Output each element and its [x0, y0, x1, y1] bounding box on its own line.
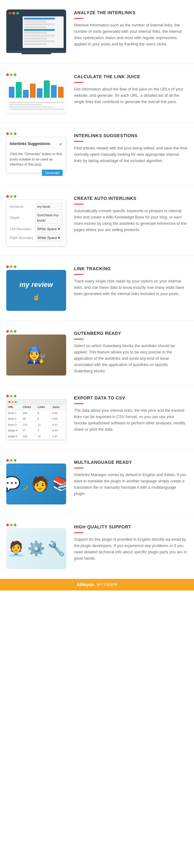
bar-4 [30, 84, 36, 98]
underline-link-tracking [74, 274, 84, 275]
title-link-juice: CALCULATE THE LINK JUICE [74, 73, 188, 80]
content-suggestions: INTERLINKS SUGGESTIONS Find articles rel… [74, 132, 188, 164]
support-icons: 🧑‍💼 ⚙️ 🔧 [7, 538, 65, 559]
form-keyword-row: Keyword my book [10, 203, 63, 210]
title-gutenberg: GUTENBERG READY [74, 330, 188, 337]
support-person-icon: 🧑‍💼 [7, 538, 25, 559]
content-auto-interlinks: CREATE AUTO INTERLINKS Automatically con… [74, 195, 188, 233]
underline-auto-interlinks [74, 204, 84, 205]
bar-8 [58, 87, 64, 98]
content-csv: EXPORT DATA TO CSV The data about your i… [74, 395, 188, 433]
chat-bubble-icon: 💬 [6, 473, 21, 495]
image-link-juice [6, 73, 66, 113]
underline-suggestions [74, 141, 84, 142]
multilang-icons: 💬 ر 🧑 📚 [6, 473, 66, 495]
title-suggestions: INTERLINKS SUGGESTIONS [74, 132, 188, 139]
generate-button[interactable]: Generate [42, 169, 63, 176]
gutenberg-figure-icon: 🧑‍🔧 [27, 343, 46, 367]
plugin-title: Interlinks Suggestions ▲ [10, 140, 63, 149]
section-suggestions: Interlinks Suggestions ▲ Click the "Gene… [0, 123, 194, 186]
title-multilanguage: MULTILANGUAGE READY [74, 459, 188, 466]
section-link-tracking: my review ☝ LINK TRACKING Track every si… [0, 256, 194, 321]
person-multilang-icon: 🧑 [31, 473, 49, 495]
desc-suggestions: Find articles related with the post bein… [74, 145, 188, 164]
bar-1 [9, 87, 14, 98]
support-tools-icon: 🔧 [47, 538, 65, 559]
bar-2 [16, 82, 22, 98]
underline-multilanguage [74, 468, 84, 468]
section-auto-interlinks: Keyword my book Target /purchase-my-book… [0, 186, 194, 256]
image-support: 🧑‍💼 ⚙️ 🔧 [6, 524, 66, 569]
left-boundary-select[interactable]: White Space ▼ [35, 225, 63, 233]
desc-gutenberg: Select on which Gutenberg blocks the aut… [74, 343, 188, 374]
desc-analyze: Retrieve information such as the number … [74, 22, 188, 47]
underline-gutenberg [74, 339, 84, 340]
bottom-bar: Alileyun 淘气哥素材网 [0, 579, 194, 591]
target-label: Target [10, 215, 33, 220]
image-gutenberg: 🧑‍🔧 [6, 330, 66, 375]
left-boundary-label: Left Boundary [10, 226, 33, 232]
bar-7 [51, 85, 57, 98]
content-link-tracking: LINK TRACKING Track every single click m… [74, 266, 188, 297]
desc-link-tracking: Track every single click made by your vi… [74, 278, 188, 297]
image-suggestions: Interlinks Suggestions ▲ Click the "Gene… [6, 132, 66, 176]
desc-auto-interlinks: Automatically convert specific keywords … [74, 208, 188, 233]
keyword-label: Keyword [10, 204, 33, 209]
content-gutenberg: GUTENBERG READY Select on which Gutenber… [74, 330, 188, 374]
title-analyze: ANALYZE THE INTERLINKS [74, 9, 188, 16]
underline-csv [74, 403, 84, 404]
title-support: HIGH QUALITY SUPPORT [74, 524, 188, 530]
section-support: 🧑‍💼 ⚙️ 🔧 HIGH QUALITY SUPPORT Support fo… [0, 514, 194, 579]
title-auto-interlinks: CREATE AUTO INTERLINKS [74, 195, 188, 202]
image-link-tracking: my review ☝ [6, 266, 66, 311]
content-multilanguage: MULTILANGUAGE READY Interlinks Manager c… [74, 459, 188, 497]
content-support: HIGH QUALITY SUPPORT Support for this pl… [74, 524, 188, 561]
section-csv: URL Clicks Links Juice /post-1 142 8 0.8… [0, 385, 194, 450]
image-csv: URL Clicks Links Juice /post-1 142 8 0.8… [6, 395, 66, 440]
section-analyze: ANALYZE THE INTERLINKS Retrieve informat… [0, 0, 194, 64]
right-boundary-select[interactable]: White Space ▼ [36, 234, 63, 242]
content-analyze: ANALYZE THE INTERLINKS Retrieve informat… [74, 9, 188, 47]
underline-support [74, 532, 84, 533]
desc-csv: The data about your internal links, the … [74, 407, 188, 433]
desc-multilanguage: Interlinks Manager comes by default in E… [74, 472, 188, 497]
target-input[interactable]: /purchase-my-book/ [35, 212, 63, 224]
underline-analyze [74, 18, 84, 19]
plugin-body: Click the "Generate" button to find post… [10, 151, 63, 167]
image-multilanguage: 💬 ر 🧑 📚 [6, 459, 66, 504]
section-multilanguage: 💬 ر 🧑 📚 MULTILANGUAGE READY Interlinks M… [0, 450, 194, 514]
left-boundary-arrow-icon: ▼ [57, 226, 61, 232]
content-link-juice: CALCULATE THE LINK JUICE Get information… [74, 73, 188, 105]
bar-6 [44, 81, 50, 98]
right-boundary-label: Right Boundary [10, 235, 34, 241]
bar-5 [37, 88, 42, 98]
desc-support: Support for this plugin is provided in E… [74, 536, 188, 561]
title-csv: EXPORT DATA TO CSV [74, 395, 188, 401]
bar-3 [23, 90, 29, 98]
form-left-boundary-row: Left Boundary White Space ▼ [10, 225, 63, 233]
section-gutenberg: 🧑‍🔧 GUTENBERG READY Select on which Gute… [0, 321, 194, 385]
form-target-row: Target /purchase-my-book/ [10, 212, 63, 224]
underline-link-juice [74, 82, 84, 83]
support-gear-icon: ⚙️ [27, 538, 45, 559]
image-analyze [6, 9, 66, 54]
keyword-input[interactable]: my book [35, 203, 63, 210]
translate-icon: ر [24, 477, 28, 491]
bottom-logo: Alileyun [77, 581, 94, 588]
form-right-boundary-row: Right Boundary White Space ▼ [10, 234, 63, 242]
image-auto-interlinks: Keyword my book Target /purchase-my-book… [6, 195, 66, 247]
section-link-juice: CALCULATE THE LINK JUICE Get information… [0, 64, 194, 123]
title-link-tracking: LINK TRACKING [74, 266, 188, 272]
book-icon: 📚 [52, 473, 66, 495]
desc-link-juice: Get information about the flow of link j… [74, 86, 188, 105]
bottom-subtitle: 淘气哥素材网 [96, 582, 117, 587]
right-boundary-arrow-icon: ▼ [57, 235, 61, 241]
